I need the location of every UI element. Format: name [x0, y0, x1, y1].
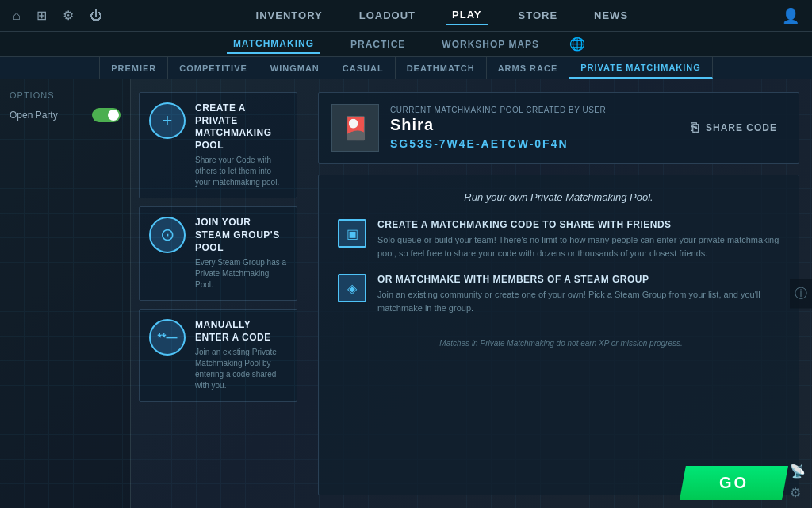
create-pool-title: Create a Private Matchmaking Pool — [195, 102, 287, 152]
tab-deathmatch[interactable]: DEATHMATCH — [396, 57, 487, 79]
create-pool-icon: + — [149, 102, 186, 139]
steam-group-desc: Every Steam Group has a Private Matchmak… — [195, 257, 287, 291]
info-steam-icon: ◈ — [338, 274, 366, 302]
go-button[interactable]: GO — [680, 466, 788, 500]
open-party-label: Open Party — [10, 110, 58, 121]
subnav-practice[interactable]: PRACTICE — [344, 36, 412, 53]
open-party-toggle[interactable] — [92, 108, 121, 122]
info-steam-title: Or matchmake with members of a Steam Gro… — [377, 274, 779, 285]
nav-play[interactable]: PLAY — [446, 6, 488, 25]
tab-competitive[interactable]: COMPETITIVE — [168, 57, 259, 79]
info-panel: Run your own Private Matchmaking Pool. ▣… — [318, 175, 799, 495]
nav-news[interactable]: NEWS — [588, 6, 634, 25]
enter-code-desc: Join an existing Private Matchmaking Poo… — [195, 347, 287, 391]
enter-code-content: Manually Enter a Code Join an existing P… — [195, 319, 287, 391]
steam-group-title: Join your Steam Group's Pool — [195, 217, 287, 254]
tab-private-matchmaking[interactable]: PRIVATE MATCHMAKING — [569, 57, 713, 79]
signal-icon[interactable]: 📡 — [790, 464, 806, 479]
mode-tabs: PREMIER COMPETITIVE WINGMAN CASUAL DEATH… — [0, 57, 812, 79]
create-pool-desc: Share your Code with others to let them … — [195, 155, 287, 188]
info-note: - Matches in Private Matchmaking do not … — [338, 329, 779, 348]
steam-group-card[interactable]: ⊙ Join your Steam Group's Pool Every Ste… — [139, 206, 297, 301]
left-sidebar: Options Open Party — [0, 79, 131, 508]
pool-code: SG53S-7W4E-AETCW-0F4N — [390, 137, 606, 150]
cards-area: + Create a Private Matchmaking Pool Shar… — [131, 79, 305, 508]
bottom-right-icons: 📡 ⚙ — [790, 464, 806, 500]
tab-casual[interactable]: CASUAL — [331, 57, 396, 79]
pool-created-by-label: Current Matchmaking Pool created by user — [390, 106, 606, 114]
nav-loadout[interactable]: LOADOUT — [353, 6, 422, 25]
info-steam-text: Or matchmake with members of a Steam Gro… — [377, 274, 779, 314]
info-row-create: ▣ Create a Matchmaking Code to share wit… — [338, 219, 779, 260]
subnav-workshop[interactable]: WORKSHOP MAPS — [435, 36, 546, 53]
main-content: Options Open Party + Create a Private Ma… — [0, 79, 812, 508]
create-pool-card[interactable]: + Create a Private Matchmaking Pool Shar… — [139, 92, 297, 198]
pool-card: 🎴 Current Matchmaking Pool created by us… — [318, 92, 799, 164]
share-code-label: SHARE CODE — [706, 122, 777, 133]
enter-code-card[interactable]: **— Manually Enter a Code Join an existi… — [139, 309, 297, 402]
power-icon[interactable]: ⏻ — [90, 9, 102, 23]
friends-icon[interactable]: ⊞ — [36, 8, 47, 23]
enter-code-icon: **— — [149, 319, 186, 356]
info-create-icon: ▣ — [338, 219, 366, 248]
tab-wingman[interactable]: WINGMAN — [259, 57, 331, 79]
top-navigation: ⌂ ⊞ ⚙ ⏻ INVENTORY LOADOUT PLAY STORE NEW… — [0, 0, 812, 32]
top-nav-center: INVENTORY LOADOUT PLAY STORE NEWS — [250, 6, 634, 25]
steam-group-icon: ⊙ — [149, 217, 186, 253]
tab-armsrace[interactable]: ARMS RACE — [487, 57, 570, 79]
pool-username: Shira — [390, 116, 606, 134]
subnav-matchmaking[interactable]: MATCHMAKING — [227, 35, 320, 54]
pool-avatar: 🎴 — [331, 104, 379, 152]
tab-premier[interactable]: PREMIER — [99, 57, 168, 79]
info-create-text: Create a Matchmaking Code to share with … — [377, 219, 779, 260]
info-row-steam: ◈ Or matchmake with members of a Steam G… — [338, 274, 779, 314]
settings-edge-icon[interactable]: ⚙ — [790, 485, 806, 500]
info-edge-icon[interactable]: ⓘ — [793, 286, 809, 302]
share-icon: ⎘ — [691, 121, 699, 135]
info-title: Run your own Private Matchmaking Pool. — [338, 191, 779, 203]
open-party-row: Open Party — [10, 108, 121, 122]
sub-navigation: MATCHMAKING PRACTICE WORKSHOP MAPS 🌐 — [0, 32, 812, 57]
options-label: Options — [10, 90, 121, 100]
right-panel: 🎴 Current Matchmaking Pool created by us… — [305, 79, 812, 508]
pool-info: Current Matchmaking Pool created by user… — [390, 106, 606, 150]
nav-store[interactable]: STORE — [512, 6, 565, 25]
top-nav-left-icons: ⌂ ⊞ ⚙ ⏻ — [13, 8, 102, 23]
home-icon[interactable]: ⌂ — [13, 9, 21, 23]
share-code-button[interactable]: ⎘ SHARE CODE — [682, 115, 786, 140]
settings-icon[interactable]: ⚙ — [63, 8, 74, 23]
enter-code-title: Manually Enter a Code — [195, 319, 287, 344]
search-globe-icon[interactable]: 🌐 — [569, 37, 585, 52]
right-edge-panel: ⓘ — [790, 279, 812, 309]
profile-icon[interactable]: 👤 — [782, 7, 799, 25]
nav-inventory[interactable]: INVENTORY — [250, 6, 329, 25]
info-steam-desc: Join an existing community or create one… — [377, 288, 779, 314]
info-create-desc: Solo queue or build your team! There's n… — [377, 233, 779, 260]
info-create-title: Create a Matchmaking Code to share with … — [377, 219, 779, 230]
steam-group-content: Join your Steam Group's Pool Every Steam… — [195, 217, 287, 291]
create-pool-content: Create a Private Matchmaking Pool Share … — [195, 102, 287, 188]
